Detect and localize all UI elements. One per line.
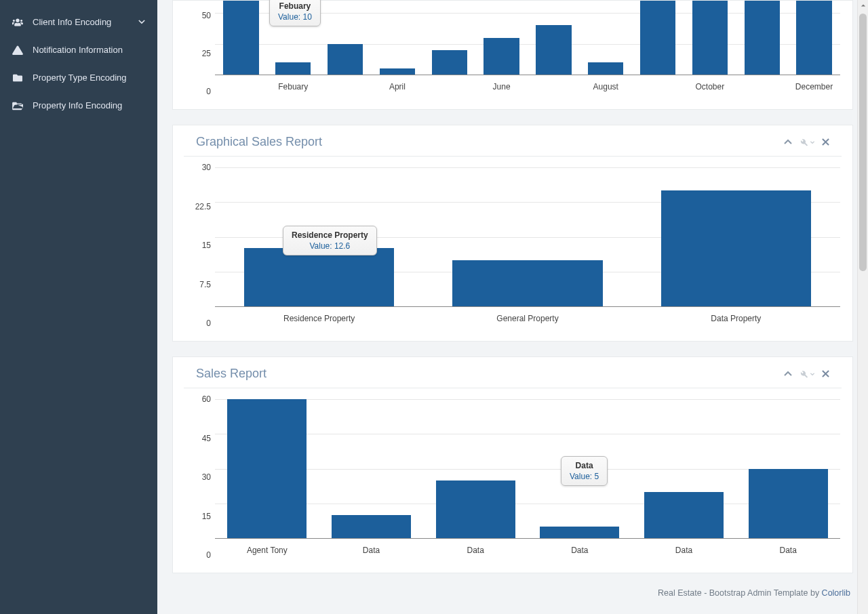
bar-slot: [528, 1, 580, 75]
bar[interactable]: [661, 190, 811, 306]
panel-heading: Sales Report: [184, 357, 842, 388]
bar[interactable]: [328, 44, 363, 75]
x-label: General Property: [423, 314, 631, 323]
bar[interactable]: [692, 1, 728, 75]
bar-slot: [684, 1, 736, 75]
y-tick: 30: [202, 163, 211, 172]
sidebar: Client Info Encoding Notification Inform…: [0, 0, 157, 614]
panel-tools: [784, 370, 829, 378]
bar[interactable]: [275, 62, 311, 75]
folder-open-icon: [12, 101, 27, 110]
bar-slot: [632, 1, 684, 75]
close-icon[interactable]: [822, 138, 829, 146]
bar[interactable]: [540, 527, 619, 538]
bar[interactable]: [536, 25, 571, 75]
bar[interactable]: [640, 1, 675, 75]
footer-link[interactable]: Colorlib: [822, 588, 850, 598]
sidebar-item-client-info[interactable]: Client Info Encoding: [0, 8, 157, 36]
collapse-icon[interactable]: [784, 370, 792, 378]
bar[interactable]: [644, 492, 724, 538]
x-label: June: [475, 82, 528, 91]
bar[interactable]: [749, 469, 828, 539]
bar-slot: [371, 1, 423, 75]
panel-sales-report: Sales Report 015304560 Data Va: [172, 356, 853, 573]
x-label: Febuary: [267, 82, 319, 91]
sidebar-item-label: Client Info Encoding: [33, 17, 111, 27]
sidebar-item-label: Property Type Encoding: [33, 73, 127, 83]
y-tick: 30: [202, 472, 211, 482]
y-axis: 02550: [185, 1, 215, 91]
x-label: Data: [319, 546, 424, 555]
page-footer: Real Estate - Bootstrap Admin Template b…: [172, 588, 853, 598]
bar[interactable]: [332, 515, 411, 538]
bar-slot: [423, 1, 475, 75]
bars-container: [215, 1, 840, 75]
bar-slot: [580, 1, 632, 75]
y-tick: 45: [202, 434, 211, 443]
y-tick: 0: [206, 550, 211, 560]
x-label: October: [684, 82, 736, 91]
footer-text: Real Estate - Bootstrap Admin Template b…: [658, 588, 822, 598]
settings-wrench-icon[interactable]: [799, 370, 815, 378]
panel-body: 02550 Febuary Value: 10 JanuaryFebuaryMa…: [173, 1, 852, 109]
collapse-icon[interactable]: [784, 138, 792, 146]
sidebar-item-label: Notification Information: [33, 45, 123, 55]
panel-title: Sales Report: [196, 367, 267, 381]
sidebar-item-property-info[interactable]: Property Info Encoding: [0, 91, 157, 119]
main-content: 02550 Febuary Value: 10 JanuaryFebuaryMa…: [157, 0, 868, 614]
users-icon: [12, 18, 27, 27]
x-label: Data: [736, 546, 840, 555]
bar-slot: [215, 399, 319, 538]
scrollbar-thumb[interactable]: [859, 14, 867, 271]
bars-container: [215, 399, 840, 538]
close-icon[interactable]: [822, 370, 829, 377]
y-tick: 15: [202, 512, 211, 521]
x-label: April: [371, 82, 423, 91]
bar-slot: [736, 1, 788, 75]
sidebar-item-property-type[interactable]: Property Type Encoding: [0, 64, 157, 91]
x-axis-labels: Residence PropertyGeneral PropertyData P…: [215, 314, 840, 323]
settings-wrench-icon[interactable]: [799, 138, 815, 146]
y-tick: 7.5: [199, 280, 211, 289]
bar-slot: [632, 167, 840, 306]
bar[interactable]: [436, 480, 515, 538]
y-tick: 0: [206, 87, 211, 96]
x-label: Data: [528, 546, 632, 555]
bar[interactable]: [484, 38, 519, 75]
plot-area: Residence Property Value: 12.6: [215, 167, 840, 307]
warning-icon: [12, 45, 27, 55]
x-label: Data Property: [632, 314, 840, 323]
scroll-up-arrow[interactable]: [858, 0, 868, 11]
bar-slot: [736, 399, 840, 538]
bar-slot: [319, 1, 372, 75]
bar[interactable]: [452, 260, 602, 306]
bar[interactable]: [380, 68, 415, 75]
y-tick: 15: [202, 241, 211, 250]
y-axis: 07.51522.530: [185, 167, 215, 323]
sidebar-item-notification[interactable]: Notification Information: [0, 36, 157, 64]
y-tick: 60: [202, 394, 211, 404]
folder-icon: [12, 73, 27, 83]
bar[interactable]: [588, 62, 623, 75]
panel-tools: [784, 138, 829, 146]
bar[interactable]: [796, 1, 831, 75]
bar-slot: [215, 1, 267, 75]
x-label: Agent Tony: [215, 546, 319, 555]
y-tick: 50: [202, 11, 211, 20]
x-label: Data: [632, 546, 736, 555]
vertical-scrollbar[interactable]: [857, 0, 868, 614]
top-monthly-chart: 02550 Febuary Value: 10 JanuaryFebuaryMa…: [185, 1, 840, 91]
panel-body: 015304560 Data Value: 5 Agent TonyDataDa…: [173, 388, 852, 573]
y-tick: 22.5: [195, 202, 211, 211]
bar[interactable]: [745, 1, 780, 75]
panel-graphical-sales: Graphical Sales Report 07.51522.530 Resi…: [172, 125, 853, 342]
y-tick: 25: [202, 49, 211, 58]
bar-slot: [423, 399, 528, 538]
bar[interactable]: [223, 1, 258, 75]
panel-top-monthly: 02550 Febuary Value: 10 JanuaryFebuaryMa…: [172, 0, 853, 110]
bar[interactable]: [244, 248, 394, 306]
bar[interactable]: [432, 50, 467, 75]
bar[interactable]: [227, 399, 307, 538]
y-axis: 015304560: [185, 399, 215, 555]
x-label: December: [788, 82, 840, 91]
